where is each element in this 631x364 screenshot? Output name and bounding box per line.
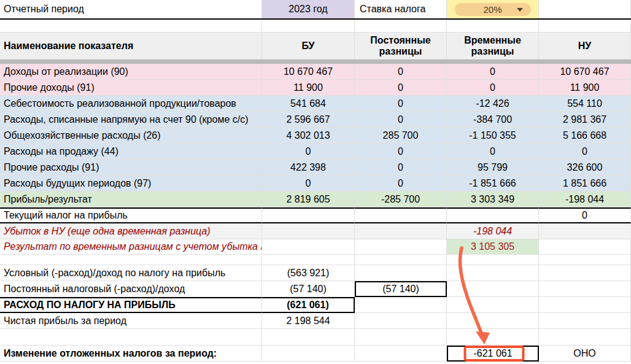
row-label[interactable]: Результат по временным разницам с учетом…	[0, 239, 262, 255]
cell-c[interactable]	[355, 239, 447, 255]
row-label[interactable]: Чистая прибыль за период	[0, 313, 262, 329]
cell-e[interactable]	[539, 281, 631, 297]
cell-d[interactable]	[447, 329, 539, 346]
cell-e[interactable]: 0	[539, 207, 631, 223]
cell-c[interactable]	[355, 207, 447, 223]
cell-b[interactable]: 0	[262, 176, 355, 192]
row-label[interactable]: Прочие расходы (91)	[0, 160, 262, 176]
cell-d[interactable]	[447, 207, 539, 223]
cell-e[interactable]	[539, 329, 631, 346]
cell-e[interactable]: 0	[539, 144, 631, 160]
cell-b[interactable]	[262, 223, 355, 239]
cell-b[interactable]	[262, 346, 355, 362]
cell-e[interactable]	[539, 223, 631, 239]
cell-e[interactable]: 2 981 367	[539, 112, 631, 128]
cell-e[interactable]: 554 110	[539, 96, 631, 112]
row-label[interactable]: Себестоимость реализованной продукции/то…	[0, 96, 262, 112]
cell-b[interactable]	[262, 239, 355, 255]
row-label[interactable]: РАСХОД ПО НАЛОГУ НА ПРИБЫЛЬ	[0, 297, 262, 313]
cell-c[interactable]	[355, 223, 447, 239]
cell-b[interactable]: 10 670 467	[262, 64, 355, 80]
cell-c[interactable]: 0	[355, 144, 447, 160]
cell-c[interactable]: 0	[355, 96, 447, 112]
cell-e[interactable]: 326 600	[539, 160, 631, 176]
empty-cell[interactable]	[0, 20, 262, 33]
row-label[interactable]: Прибыль/результат	[0, 192, 262, 207]
cell-b[interactable]: 0	[262, 144, 355, 160]
cell-b[interactable]: 422 398	[262, 160, 355, 176]
cell-e[interactable]: ОНО	[539, 346, 631, 362]
cell-c[interactable]: 0	[355, 112, 447, 128]
row-label[interactable]: Постоянный налоговый (-расход)/доход	[0, 281, 262, 297]
cell-d[interactable]: 95 799	[447, 160, 539, 176]
cell-d[interactable]	[447, 265, 539, 281]
cell-d[interactable]	[447, 281, 539, 297]
cell-d[interactable]: -1 150 355	[447, 128, 539, 144]
cell-e[interactable]	[539, 255, 631, 265]
cell-c[interactable]: -285 700	[355, 192, 447, 207]
row-label[interactable]: Расходы будущих периодов (97)	[0, 176, 262, 192]
cell-e[interactable]	[539, 297, 631, 313]
cell-e[interactable]: 1 851 666	[539, 176, 631, 192]
tax-rate-dropdown[interactable]: 20%	[455, 3, 531, 16]
header-indicator-name[interactable]: Наименование показателя	[0, 33, 262, 60]
cell-b[interactable]	[262, 207, 355, 223]
row-label[interactable]: Условный (-расход)/доход по налогу на пр…	[0, 265, 262, 281]
row-label[interactable]: Прочие доходы (91)	[0, 80, 262, 96]
row-label[interactable]: Расходы на продажу (44)	[0, 144, 262, 160]
cell-d[interactable]: 3 105 305	[447, 239, 539, 255]
cell-c[interactable]	[355, 313, 447, 329]
tax-rate-label[interactable]: Ставка налога	[355, 0, 447, 18]
report-period-label[interactable]: Отчетный период	[0, 0, 262, 18]
cell-c[interactable]	[355, 255, 447, 265]
cell-d[interactable]	[447, 297, 539, 313]
cell-c[interactable]: 0	[355, 176, 447, 192]
cell-c[interactable]	[355, 265, 447, 281]
row-label[interactable]: Доходы от реализации (90)	[0, 64, 262, 80]
row-label[interactable]: Изменение отложенных налогов за период:	[0, 346, 262, 362]
cell-d[interactable]: 3 303 349	[447, 192, 539, 207]
row-label[interactable]: Общехозяйственные расходы (26)	[0, 128, 262, 144]
report-period-value[interactable]: 2023 год	[262, 0, 355, 18]
cell-b[interactable]	[262, 255, 355, 265]
cell-b[interactable]: 2 819 605	[262, 192, 355, 207]
cell-e[interactable]: 5 166 668	[539, 128, 631, 144]
empty-cell[interactable]	[355, 20, 447, 33]
cell-c[interactable]: 0	[355, 160, 447, 176]
cell-b[interactable]: 2 596 667	[262, 112, 355, 128]
cell-e[interactable]: 11 900	[539, 80, 631, 96]
cell-d[interactable]	[447, 313, 539, 329]
cell-c[interactable]: 285 700	[355, 128, 447, 144]
row-label[interactable]: Текущий налог на прибыль	[0, 207, 262, 223]
cell-c[interactable]	[355, 346, 447, 362]
cell-c[interactable]: (57 140)	[355, 281, 447, 297]
cell-d[interactable]: -621 061	[447, 346, 539, 362]
cell-e[interactable]	[539, 265, 631, 281]
row-label[interactable]	[0, 329, 262, 346]
row-label[interactable]: Убыток в НУ (еще одна временная разница)	[0, 223, 262, 239]
cell-d[interactable]: -384 700	[447, 112, 539, 128]
cell-e[interactable]	[539, 313, 631, 329]
cell-b[interactable]	[262, 329, 355, 346]
cell-e[interactable]: 10 670 467	[539, 64, 631, 80]
cell-e[interactable]: -198 044	[539, 192, 631, 207]
cell-e[interactable]	[539, 239, 631, 255]
cell-c[interactable]	[355, 297, 447, 313]
cell-d[interactable]: -198 044	[447, 223, 539, 239]
empty-cell[interactable]	[447, 20, 539, 33]
cell-d[interactable]: 0	[447, 80, 539, 96]
header-temporary-diff[interactable]: Временные разницы	[447, 33, 539, 60]
cell-b[interactable]: (563 921)	[262, 265, 355, 281]
cell-d[interactable]: 0	[447, 64, 539, 80]
cell-d[interactable]: -12 426	[447, 96, 539, 112]
cell-d[interactable]	[447, 255, 539, 265]
row-label[interactable]: Расходы, списанные напрямую на счет 90 (…	[0, 112, 262, 128]
cell-d[interactable]: -1 851 666	[447, 176, 539, 192]
empty-cell[interactable]	[539, 20, 631, 33]
cell-b[interactable]: 4 302 013	[262, 128, 355, 144]
row-label[interactable]	[0, 255, 262, 265]
cell-b[interactable]: 541 684	[262, 96, 355, 112]
header-nu[interactable]: НУ	[539, 33, 631, 60]
cell-c[interactable]: 0	[355, 80, 447, 96]
header-bu[interactable]: БУ	[262, 33, 355, 60]
